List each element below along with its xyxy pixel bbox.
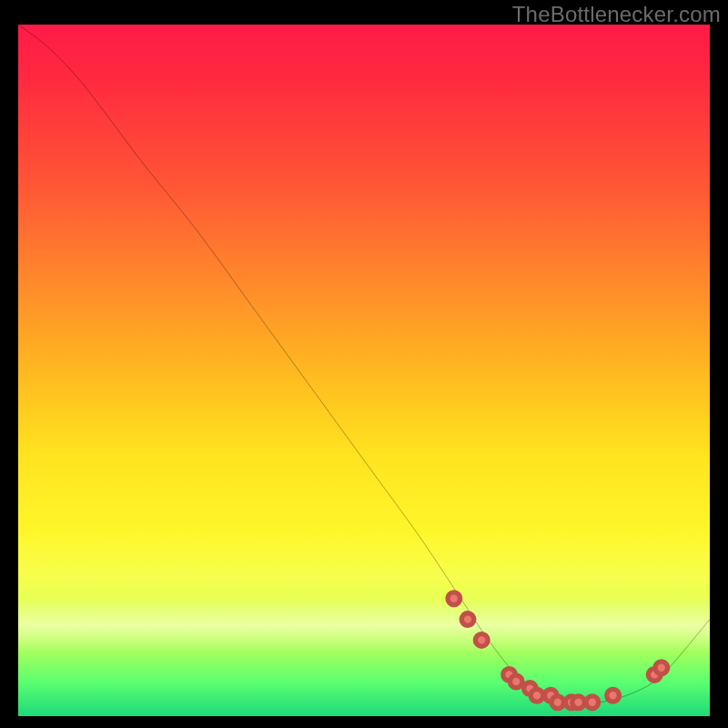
chart-frame: TheBottlenecker.com: [0, 0, 728, 728]
dot: [524, 682, 537, 695]
dot: [655, 662, 668, 674]
dot: [607, 689, 620, 702]
dot: [510, 675, 522, 688]
watermark-text: TheBottlenecker.com: [512, 2, 721, 27]
dot: [565, 696, 578, 709]
points-layer: [18, 25, 710, 716]
dot: [503, 669, 516, 682]
bottleneck-curve: [18, 25, 710, 703]
dot: [648, 669, 661, 682]
dot: [461, 613, 474, 626]
dot: [551, 696, 564, 709]
dot: [544, 689, 557, 702]
dot: [572, 696, 585, 709]
dot: [531, 689, 543, 702]
dot: [448, 592, 460, 605]
plot-area: [18, 25, 710, 716]
curve-layer: [18, 25, 710, 716]
sweet-spot-dots: [448, 592, 668, 709]
pale-band: [18, 598, 710, 652]
dot: [586, 696, 599, 709]
dot: [475, 634, 488, 647]
